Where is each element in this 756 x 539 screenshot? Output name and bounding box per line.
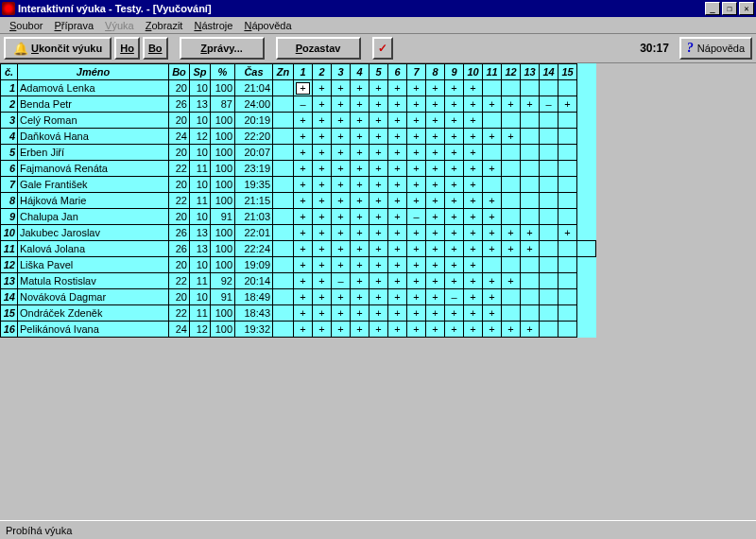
table-row[interactable]: 5Erben Jiří201010020:07++++++++++: [1, 145, 596, 161]
table-row[interactable]: 6Fajmanová Renáta221110023:19+++++++++++: [1, 161, 596, 177]
app-icon: [2, 2, 15, 15]
table-area: č.JménoBoSp%ČasZn123456789101112131415 1…: [0, 62, 756, 520]
close-button[interactable]: ✕: [739, 2, 754, 15]
menu-zobrazit[interactable]: Zobrazit: [140, 19, 189, 32]
table-row[interactable]: 8Hájková Marie221110021:15+++++++++++: [1, 193, 596, 209]
col-q6[interactable]: 6: [388, 64, 407, 80]
col-q15[interactable]: 15: [558, 64, 577, 80]
question-icon: ?: [687, 41, 694, 56]
minimize-button[interactable]: _: [705, 2, 720, 15]
col-q3[interactable]: 3: [332, 64, 351, 80]
col-sp[interactable]: Sp: [190, 64, 211, 80]
col-q14[interactable]: 14: [540, 64, 558, 80]
table-row[interactable]: 7Gale František201010019:35++++++++++: [1, 177, 596, 193]
window-title: Interaktivní výuka - Testy. - [Vyučování…: [18, 3, 212, 14]
col-q1[interactable]: 1: [294, 64, 313, 80]
titlebar: Interaktivní výuka - Testy. - [Vyučování…: [0, 0, 756, 17]
col-q9[interactable]: 9: [445, 64, 464, 80]
menu-priprava[interactable]: Příprava: [48, 19, 99, 32]
table-row[interactable]: 10Jakubec Jaroslav261310022:01++++++++++…: [1, 225, 596, 241]
menu-nastroje[interactable]: Nástroje: [188, 19, 238, 32]
menu-napoveda[interactable]: Nápověda: [238, 19, 297, 32]
col-q4[interactable]: 4: [351, 64, 369, 80]
col-cas[interactable]: Čas: [235, 64, 273, 80]
table-row[interactable]: 9Chalupa Jan20109121:03++++++–++++: [1, 209, 596, 225]
col-q13[interactable]: 13: [521, 64, 540, 80]
results-table: č.JménoBoSp%ČasZn123456789101112131415 1…: [0, 63, 596, 338]
check-button[interactable]: ✓: [372, 37, 393, 60]
table-row[interactable]: 15Ondráček Zdeněk221110018:43+++++++++++: [1, 305, 596, 322]
col-pct[interactable]: %: [211, 64, 235, 80]
pause-button[interactable]: Pozastav: [276, 37, 361, 60]
menubar: SSouboroubor Příprava Výuka Zobrazit Nás…: [0, 17, 756, 34]
col-jmeno[interactable]: Jméno: [18, 64, 169, 80]
table-row[interactable]: 13Matula Rostislav22119220:14++–++++++++…: [1, 273, 596, 289]
col-q12[interactable]: 12: [502, 64, 521, 80]
col-q2[interactable]: 2: [313, 64, 332, 80]
table-row[interactable]: 12Liška Pavel201010019:09++++++++++: [1, 257, 596, 273]
col-q5[interactable]: 5: [369, 64, 388, 80]
table-row[interactable]: 14Nováková Dagmar20109118:49++++++++–++: [1, 289, 596, 305]
status-text: Probíhá výuka: [6, 525, 72, 536]
ho-button[interactable]: Ho: [114, 37, 140, 60]
end-lesson-button[interactable]: 🔔Ukončit výuku: [4, 37, 112, 60]
table-row[interactable]: 2Benda Petr26138724:00–++++++++++++–+: [1, 96, 596, 113]
col-q8[interactable]: 8: [426, 64, 445, 80]
table-row[interactable]: 3Celý Roman201010020:19++++++++++: [1, 113, 596, 129]
col-q11[interactable]: 11: [483, 64, 502, 80]
table-row[interactable]: 4Daňková Hana241210022:20++++++++++++: [1, 129, 596, 145]
menu-soubor[interactable]: SSouboroubor: [4, 19, 48, 32]
col-bo[interactable]: Bo: [169, 64, 190, 80]
table-row[interactable]: 16Pelikánová Ivana241210019:32++++++++++…: [1, 322, 596, 338]
menu-vyuka: Výuka: [99, 19, 140, 32]
messages-button[interactable]: Zprávy...: [180, 37, 265, 60]
col-c[interactable]: č.: [1, 64, 18, 80]
bell-icon: 🔔: [13, 42, 28, 56]
toolbar: 🔔Ukončit výuku Ho Bo Zprávy... Pozastav …: [0, 34, 756, 62]
table-row[interactable]: 11Kalová Jolana261310022:24+++++++++++++: [1, 241, 596, 257]
check-icon: ✓: [378, 42, 387, 55]
table-row[interactable]: 1Adamová Lenka201010021:04++++++++++: [1, 80, 596, 96]
statusbar: Probíhá výuka: [0, 520, 756, 539]
col-q10[interactable]: 10: [464, 64, 483, 80]
timer: 30:17: [632, 42, 677, 55]
maximize-button[interactable]: ❐: [722, 2, 737, 15]
col-zn[interactable]: Zn: [273, 64, 294, 80]
bo-button[interactable]: Bo: [143, 37, 168, 60]
col-q7[interactable]: 7: [407, 64, 426, 80]
help-button[interactable]: ?Nápověda: [679, 37, 752, 60]
